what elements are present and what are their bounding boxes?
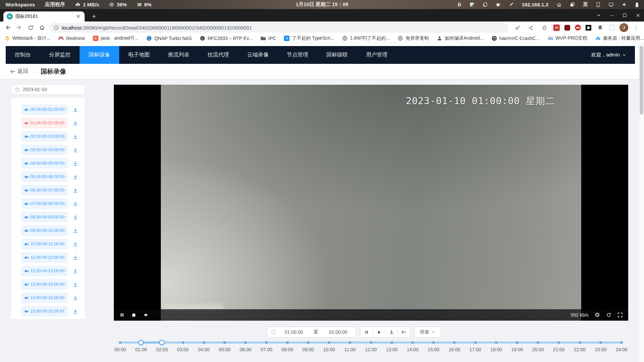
tab-search-chevron-icon[interactable]	[597, 13, 601, 17]
bookmark-item[interactable]: IPC	[261, 36, 276, 41]
player-refresh-icon[interactable]	[606, 312, 611, 318]
nav-tab-4[interactable]: 推流列表	[159, 46, 198, 64]
tab-close-icon[interactable]: ✕	[75, 13, 81, 19]
download-icon[interactable]	[73, 188, 78, 193]
screenshot-tray-icon[interactable]	[469, 2, 474, 7]
home-button[interactable]	[38, 23, 46, 32]
download-icon[interactable]	[73, 107, 78, 113]
download-icon[interactable]	[73, 228, 78, 234]
welcome-user-menu[interactable]: 欢迎，admin	[591, 52, 626, 58]
site-info-icon[interactable]	[54, 25, 59, 30]
bookmark-item[interactable]: 如何编译Android...	[437, 35, 484, 41]
segment-button[interactable]: 06:00:00-07:00:00	[21, 185, 67, 195]
nav-tab-9[interactable]: 用户管理	[357, 46, 397, 64]
download-icon[interactable]	[73, 120, 78, 126]
forward-button[interactable]	[15, 23, 24, 32]
segment-button[interactable]: 07:00:00-08:00:00	[21, 199, 67, 209]
workspaces-button[interactable]: Workspaces	[5, 2, 35, 7]
player-volume-icon[interactable]	[143, 312, 149, 318]
profile-avatar[interactable]: J	[619, 23, 628, 32]
extension-icon[interactable]	[564, 25, 570, 31]
new-tab-button[interactable]: +	[89, 12, 99, 21]
bookmark-item[interactable]: hairrrrr/C-CrashC...	[492, 36, 540, 41]
phone-tray-icon[interactable]	[596, 2, 600, 7]
extensions-puzzle-icon[interactable]	[596, 23, 605, 32]
bookmark-item[interactable]: 免登录复制	[398, 35, 429, 41]
nav-tab-2-active[interactable]: 国标设备	[80, 46, 119, 64]
password-key-icon[interactable]	[513, 23, 522, 32]
start-time-field[interactable]: 01:00:00	[276, 329, 311, 335]
player-pause-icon[interactable]	[120, 313, 124, 317]
extension-js-icon[interactable]: JS	[553, 25, 560, 31]
player-fullscreen-icon[interactable]	[617, 312, 623, 318]
bing-tray-icon[interactable]: b	[458, 2, 461, 7]
segment-button[interactable]: 04:00:00-05:00:00	[21, 158, 67, 168]
ime-indicator[interactable]: 英	[583, 1, 588, 8]
browser-menu-icon[interactable]: ⋮	[633, 25, 639, 31]
download-icon[interactable]	[73, 134, 78, 139]
pen-tray-icon[interactable]	[509, 2, 514, 7]
segment-button[interactable]: 03:00:00-04:00:00	[21, 145, 67, 155]
timeline-handle[interactable]	[138, 340, 144, 345]
timeline-handle[interactable]	[159, 340, 165, 345]
bookmark-item[interactable]: Webstack - 设计...	[5, 35, 50, 41]
bookmark-item[interactable]: 知了不起的 TypeScri...	[284, 35, 334, 41]
windows-tray-icon[interactable]	[570, 2, 575, 7]
home-tray-icon[interactable]	[556, 2, 562, 7]
segment-button[interactable]: 14:00:00-15:00:00	[21, 293, 67, 303]
extension-blocker-icon[interactable]	[575, 25, 581, 31]
segment-button[interactable]: 00:00:00-01:00:00	[21, 105, 67, 115]
browser-tab[interactable]: W 国标28181 ✕	[3, 11, 85, 22]
volume-tray-icon[interactable]	[622, 2, 627, 7]
extension-dark-icon[interactable]	[586, 25, 591, 31]
nav-tab-1[interactable]: 分屏监控	[40, 46, 80, 64]
bookmark-item[interactable]: 1.8W字|了不起的...	[342, 35, 389, 41]
bookmark-item[interactable]: Redmine	[58, 36, 85, 41]
back-link[interactable]: 返回	[10, 68, 28, 75]
date-picker-input[interactable]: 2023-01-10	[11, 84, 85, 94]
segment-button[interactable]: 09:00:00-10:00:00	[21, 226, 67, 236]
download-icon[interactable]	[73, 309, 78, 314]
segment-button[interactable]: 15:00:00-15:09:47	[21, 306, 67, 316]
download-icon[interactable]	[73, 268, 78, 274]
segment-button[interactable]: 01:00:00-02:00:00	[21, 118, 67, 128]
segment-button[interactable]: 11:00:00-12:00:00	[21, 252, 67, 263]
nav-tab-7[interactable]: 节点管理	[278, 46, 317, 64]
segment-button[interactable]: 02:00:00-03:00:00	[21, 131, 67, 142]
segment-button[interactable]: 08:00:00-09:00:00	[21, 212, 67, 222]
bookmark-item[interactable]: 服务器 - 轻量应用...	[595, 35, 644, 41]
pause-button[interactable]	[360, 327, 373, 337]
nav-tab-8[interactable]: 国标级联	[317, 46, 357, 64]
player-stop-icon[interactable]	[132, 313, 136, 317]
window-maximize-button[interactable]	[623, 13, 627, 17]
window-minimize-button[interactable]: ─	[610, 13, 613, 18]
back-button[interactable]	[3, 23, 12, 32]
display-tray-icon[interactable]	[608, 2, 614, 7]
bookmark-item[interactable]: RFC2833 – RTP Ev...	[200, 36, 252, 41]
clipboard-tray-icon[interactable]	[482, 2, 488, 7]
download-icon[interactable]	[73, 295, 78, 301]
scrollbar-thumb[interactable]	[640, 46, 643, 115]
reload-button[interactable]	[26, 23, 35, 32]
segment-button[interactable]: 10:00:00-11:00:00	[21, 239, 67, 249]
download-icon[interactable]	[73, 174, 78, 180]
download-icon[interactable]	[73, 161, 78, 166]
window-close-button[interactable]: ✕	[636, 13, 640, 18]
download-icon[interactable]	[73, 241, 78, 247]
timeline-track[interactable]	[120, 341, 622, 344]
bookmark-item[interactable]: QNAP Turbo NAS	[146, 36, 192, 41]
nav-tab-6[interactable]: 云端录像	[238, 46, 278, 64]
segment-button[interactable]: 12:00:00-13:00:00	[21, 266, 67, 276]
seek-back-button[interactable]	[398, 327, 410, 337]
system-clock[interactable]: 1月10日 星期二 15：09	[296, 1, 349, 8]
caffeine-tray-icon[interactable]	[496, 2, 501, 7]
address-bar[interactable]: localhost:38080/#/gbRecordDetail/3402000…	[49, 23, 508, 33]
extension-light-icon[interactable]	[609, 25, 615, 30]
download-icon[interactable]	[73, 214, 78, 220]
segment-button[interactable]: 13:00:00-14:00:00	[21, 279, 67, 289]
download-icon[interactable]	[73, 147, 78, 153]
bookmark-star-icon[interactable]	[540, 23, 549, 32]
bookmark-item[interactable]: WVP-PRO文档	[548, 35, 587, 41]
download-button[interactable]	[385, 327, 398, 337]
nav-tab-3[interactable]: 电子地图	[119, 46, 159, 64]
